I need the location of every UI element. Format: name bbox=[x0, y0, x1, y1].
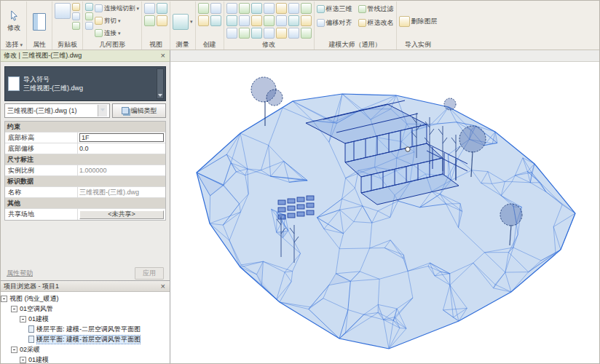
edit-type-label: 编辑类型 bbox=[131, 106, 157, 116]
box-select-3d-tool[interactable]: 框选三维 bbox=[317, 3, 352, 15]
type-selector-scrollbar[interactable] bbox=[157, 68, 164, 99]
delete-layers-label: 删除图层 bbox=[411, 17, 438, 26]
array-icon[interactable] bbox=[264, 15, 275, 26]
selection-point[interactable] bbox=[406, 147, 410, 151]
options-bar: 修改 | 三维视图-(三维).dwg × bbox=[1, 50, 599, 62]
pin-icon[interactable] bbox=[288, 15, 299, 26]
base-offset-value[interactable]: 0.0 bbox=[78, 143, 165, 154]
tree-item-hvac-duct[interactable]: 01空调风管 bbox=[1, 304, 170, 314]
mirror-axis-icon[interactable] bbox=[251, 3, 262, 14]
paste-icon[interactable] bbox=[55, 3, 71, 19]
tree-item-modeling-1[interactable]: 01建模 bbox=[1, 314, 170, 324]
batch-rename-tool[interactable]: 框选改名 bbox=[358, 17, 394, 29]
project-browser-tree: 视图 (鸿业_暖通) 01空调风管 01建模 楼层平面: 建模-二层空调风管平面… bbox=[1, 292, 170, 363]
mirror-draw-icon[interactable] bbox=[264, 3, 275, 14]
rotate-icon[interactable] bbox=[251, 15, 262, 26]
properties-palette-icon bbox=[33, 13, 46, 31]
offset-align-tool[interactable]: 偏移对齐 bbox=[317, 17, 352, 29]
base-level-input[interactable]: 1F bbox=[79, 133, 164, 142]
trim-corner-icon[interactable] bbox=[288, 3, 299, 14]
collapse-icon[interactable] bbox=[11, 347, 17, 353]
insulation-icon[interactable] bbox=[276, 28, 287, 39]
cut-geometry-icon[interactable] bbox=[85, 3, 93, 11]
move-icon[interactable] bbox=[226, 15, 237, 26]
beam-end-cut-tool[interactable]: 连接端切割 ▾ bbox=[95, 3, 139, 14]
properties-palette: 导入符号 三维视图-(三维).dwg 三维视图-(三维).dwg (1) 编辑类… bbox=[1, 62, 170, 363]
offset-icon[interactable] bbox=[239, 3, 250, 14]
apply-button[interactable]: 应用 bbox=[135, 267, 164, 280]
tree-item-plan-level1[interactable]: 楼层平面: 建模-首层空调风管平面图 bbox=[1, 334, 170, 344]
chevron-down-icon: ▾ bbox=[20, 42, 23, 47]
delete-icon[interactable] bbox=[226, 28, 237, 39]
group-label-select[interactable]: 选择 ▾ bbox=[4, 40, 24, 50]
create-parts-icon[interactable] bbox=[210, 15, 221, 26]
paint-icon[interactable] bbox=[251, 28, 262, 39]
cut-tool-icon bbox=[95, 17, 103, 25]
create-assembly-icon[interactable] bbox=[198, 15, 209, 26]
collapse-icon[interactable] bbox=[20, 316, 26, 323]
measure-icon[interactable] bbox=[173, 14, 189, 30]
tree-item-modeling-2[interactable]: 01建模 bbox=[1, 355, 170, 363]
name-value: 三维视图-(三维).dwg bbox=[78, 187, 165, 197]
combo-dropdown[interactable] bbox=[98, 105, 107, 116]
unpin-icon[interactable] bbox=[301, 15, 312, 26]
tree-item-heating[interactable]: 02采暖 bbox=[1, 344, 170, 355]
close-hidden-windows-icon[interactable] bbox=[144, 15, 155, 26]
create-group-icon[interactable] bbox=[198, 3, 209, 14]
match-properties-icon[interactable] bbox=[239, 28, 250, 39]
type-selector[interactable]: 导入符号 三维视图-(三维).dwg bbox=[4, 66, 166, 101]
hidden-elements-icon[interactable] bbox=[157, 3, 167, 14]
group-label-create: 创建 bbox=[198, 40, 221, 50]
prop-row-shared-site: 共享场地 <未共享> bbox=[5, 209, 165, 220]
instance-filter-combo[interactable]: 三维视图-(三维).dwg (1) bbox=[4, 103, 110, 118]
delete-layers-tool[interactable]: 删除图层 bbox=[399, 15, 438, 28]
wall-joins-icon[interactable] bbox=[85, 22, 93, 30]
modify-button[interactable]: 修改 bbox=[4, 8, 24, 35]
floor-plan-icon bbox=[28, 325, 34, 333]
split-icon[interactable] bbox=[276, 3, 287, 14]
join-tool-label: 连接 bbox=[104, 29, 117, 38]
tree-item-views[interactable]: 视图 (鸿业_暖通) bbox=[1, 293, 170, 304]
project-browser-header[interactable]: 项目浏览器 - 项目1 × bbox=[1, 280, 170, 292]
edit-profile-icon[interactable] bbox=[301, 28, 312, 39]
collapse-icon[interactable] bbox=[20, 357, 26, 363]
drawing-area[interactable] bbox=[170, 62, 599, 363]
demolish-icon[interactable] bbox=[264, 28, 275, 39]
group-label-properties[interactable]: 属性 bbox=[29, 40, 50, 50]
thin-lines-icon[interactable] bbox=[144, 3, 155, 14]
tree-item-label: 01空调风管 bbox=[20, 304, 53, 314]
switch-windows-icon[interactable] bbox=[157, 15, 167, 26]
properties-help-link[interactable]: 属性帮助 bbox=[7, 269, 33, 278]
prop-row-base-level: 底部标高 1F bbox=[5, 132, 165, 143]
join-geometry-icon[interactable] bbox=[85, 12, 93, 20]
collapse-icon[interactable] bbox=[1, 296, 7, 302]
trim-extend-icon[interactable] bbox=[301, 3, 312, 14]
tree-item-plan-level2[interactable]: 楼层平面: 建模-二层空调风管平面图 bbox=[1, 324, 170, 334]
chevron-down-icon[interactable]: ▾ bbox=[190, 19, 193, 25]
edit-type-button[interactable]: 编辑类型 bbox=[112, 103, 166, 118]
copy-icon[interactable] bbox=[72, 12, 80, 20]
offset-align-label: 偏移对齐 bbox=[326, 18, 352, 28]
properties-button[interactable] bbox=[29, 11, 50, 33]
properties-empty-area bbox=[1, 221, 170, 266]
copy-element-icon[interactable] bbox=[239, 15, 250, 26]
site-model-view[interactable] bbox=[170, 62, 599, 363]
project-browser-title: 项目浏览器 - 项目1 bbox=[4, 282, 59, 291]
create-similar-icon[interactable] bbox=[210, 3, 221, 14]
align-icon[interactable] bbox=[226, 3, 237, 14]
match-type-icon[interactable] bbox=[72, 22, 80, 30]
shared-site-button[interactable]: <未共享> bbox=[79, 210, 164, 219]
cope-icon[interactable] bbox=[288, 28, 299, 39]
scale-icon[interactable] bbox=[276, 15, 287, 26]
join-tool[interactable]: 连接 ▾ bbox=[95, 28, 139, 39]
collapse-icon[interactable] bbox=[11, 306, 17, 312]
close-icon[interactable]: × bbox=[159, 282, 167, 290]
cut-icon[interactable] bbox=[72, 3, 80, 11]
pipe-filter-tool[interactable]: 管线过滤 bbox=[358, 3, 394, 15]
close-icon[interactable]: × bbox=[159, 52, 167, 60]
ribbon-group-create: 创建 bbox=[196, 1, 224, 50]
instance-scale-value: 1.000000 bbox=[78, 165, 165, 175]
ribbon-group-geometry: 连接端切割 ▾ 剪切 ▾ 连接 ▾ 几何图形 bbox=[83, 1, 142, 50]
cut-tool[interactable]: 剪切 ▾ bbox=[95, 15, 139, 26]
tree-item-label: 01建模 bbox=[28, 355, 49, 364]
